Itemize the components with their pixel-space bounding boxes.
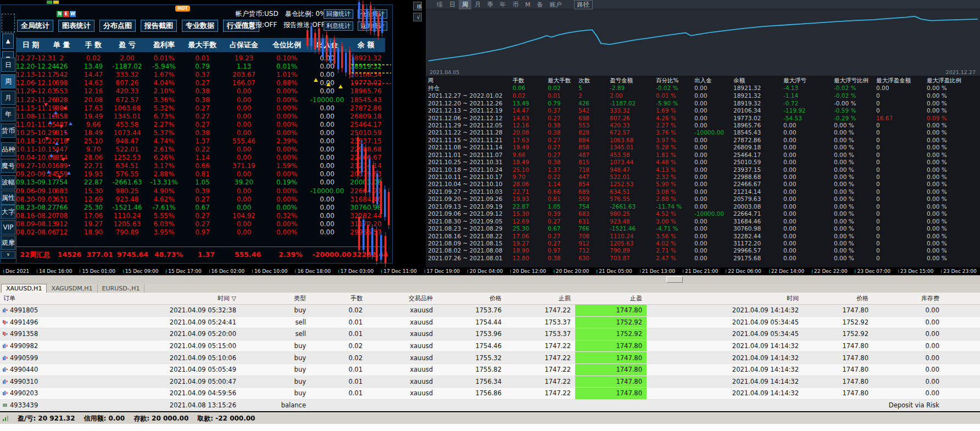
chart-tab-2[interactable]: XAGUSDM,H1 — [47, 284, 97, 293]
scrollbar-thumb[interactable] — [666, 276, 683, 283]
check-tool-icon[interactable]: √ — [413, 13, 422, 21]
balance-row[interactable]: 49334392021.04.08 13:15:26balanceDeposit… — [0, 400, 980, 412]
table-row[interactable]: 11.01-11.054879.66453.582.27%0.270.000.0… — [16, 121, 385, 129]
toolbar-button-3[interactable]: 分布点图 — [99, 20, 136, 32]
order-id: 4990982 — [10, 342, 42, 350]
table-row[interactable]: 09.13-09.1775422.87-2661.63-13.31%1.0539… — [16, 178, 385, 187]
table-row[interactable]: 2021.11.22 ~ 2021.11.2820.080.38828672.5… — [426, 129, 980, 136]
report-tab-8[interactable]: M — [522, 1, 534, 9]
table-row[interactable]: 2021.11.08 ~ 2021.11.1419.490.278581345.… — [426, 144, 980, 151]
sidebar-item-10[interactable]: 大字 — [1, 205, 15, 219]
sidebar-item-11[interactable]: VIP — [1, 220, 15, 234]
table-row[interactable]: 2021.11.29 ~ 2021.12.0512.160.38553420.3… — [426, 122, 980, 129]
sidebar-item-3[interactable]: 月 — [1, 91, 15, 105]
table-row[interactable]: 2021.12.06 ~ 2021.12.1214.630.27698807.2… — [426, 114, 980, 121]
table-row[interactable]: 11.22-11.2682820.08672.573.36%0.380.000.… — [16, 96, 385, 104]
table-row[interactable]: 2021.11.01 ~ 2021.11.079.660.27487453.58… — [426, 152, 980, 159]
cell: 13.49 — [513, 100, 548, 107]
table-row[interactable]: 11.08-11.1285819.491345.016.73%0.270.000… — [16, 113, 385, 121]
table-row[interactable]: 2021.11.15 ~ 2021.11.2117.630.278841063.… — [426, 137, 980, 144]
report-tab-1[interactable]: 综 — [433, 0, 446, 9]
report-tab-5[interactable]: 季 — [484, 0, 497, 9]
table-row[interactable]: 2021.12.20 ~ 2021.12.2613.490.79426-1187… — [426, 99, 980, 107]
table-row[interactable]: 2021.08.16 ~ 2021.08.2217.060.277081110.… — [426, 232, 980, 239]
table-row[interactable]: 12.06-12.1069814.63807.264.04%0.27166.07… — [16, 79, 385, 87]
report-tab-3[interactable]: 周 — [459, 0, 471, 9]
table-row[interactable]: 11.15-11.1988417.631063.685.32%0.270.000… — [16, 104, 385, 113]
sidebar-item-5[interactable]: 货币 — [1, 124, 15, 138]
sidebar-item-7[interactable]: 魔号 — [1, 159, 15, 173]
table-row[interactable]: 10.18-10.2271825.10948.474.74%1.37555.46… — [16, 137, 385, 145]
table-row[interactable]: 2021.10.25 ~ 2021.10.3118.490.388151073.… — [426, 159, 980, 166]
horizontal-scrollbar[interactable] — [0, 275, 980, 284]
table-row[interactable]: 2021.09.20 ~ 2021.09.2619.930.81559576.5… — [426, 195, 980, 203]
table-row[interactable]: 2021.08.02 ~ 2021.08.0818.900.97712790.8… — [426, 247, 980, 254]
table-row[interactable]: 2021.09.06 ~ 2021.09.1215.300.39683980.2… — [426, 210, 980, 217]
cell: 0.00 % — [834, 210, 876, 217]
order-row[interactable]: 49902032021.04.09 04:59:56buy0.01xauusd1… — [0, 388, 980, 400]
sidebar-item-2[interactable]: 周 — [1, 74, 15, 88]
table-row[interactable]: 08.02-08.0671218.90790.893.95%0.970.000.… — [16, 228, 385, 237]
table-row[interactable]: 09.27-10.0168922.71634.513.17%0.66371.19… — [16, 162, 385, 170]
table-row[interactable]: 2021.08.09 ~ 2021.08.1519.270.279121205.… — [426, 240, 980, 247]
report-tab-6[interactable]: 年 — [497, 0, 509, 9]
order-row[interactable]: 49904402021.04.09 05:05:49buy0.01xauusd1… — [0, 364, 980, 376]
table-row[interactable]: 09.20-09.2455919.93576.552.88%0.810.000.… — [16, 170, 385, 178]
table-row[interactable]: 10.04-10.0885428.061252.536.26%1.140.000… — [16, 154, 385, 162]
order-row[interactable]: 49905992021.04.09 05:10:06buy0.02xauusd1… — [0, 352, 980, 364]
order-row[interactable]: 49903102021.04.09 05:00:47buy0.01xauusd1… — [0, 376, 980, 388]
sidebar-item-4[interactable]: 年 — [1, 107, 15, 121]
table-row[interactable]: 08.23-08.2776625.30-1521.46-7.61%0.670.0… — [16, 204, 385, 212]
table-row[interactable]: 08.09-08.1391219.271205.636.03%0.270.000… — [16, 220, 385, 228]
report-tab-9[interactable]: 备 — [534, 0, 547, 9]
order-row[interactable]: 49909822021.04.09 05:15:00buy0.02xauusd1… — [0, 340, 980, 352]
sidebar-item-8[interactable]: 波幅 — [1, 175, 15, 189]
table-row[interactable]: 08.16-08.2070817.061110.245.55%0.27104.9… — [16, 212, 385, 220]
table-row[interactable]: 2021.10.11 ~ 2021.10.179.700.22447522.01… — [426, 173, 980, 181]
table-row[interactable]: 10.11-10.154479.70522.012.61%0.220.000.0… — [16, 145, 385, 154]
chart-tab-3[interactable]: EURUSD-,H1 — [98, 284, 145, 293]
report-tab-4[interactable]: 月 — [471, 0, 484, 9]
toolbar-button-2[interactable]: 图表统计 — [58, 20, 94, 32]
report-tab-7[interactable]: 币 — [509, 0, 522, 9]
toolbar-button-5[interactable]: 专业数据 — [182, 20, 218, 32]
open-position-row[interactable]: 持仓0.060.025-2.89-0.02 %0.0018921.32-4.13… — [426, 85, 980, 92]
table-row[interactable]: 2021.09.27 ~ 2021.10.0322.710.66689634.5… — [426, 188, 980, 195]
balance-comment: Deposit via Risk — [310, 401, 944, 409]
sidebar-item-1[interactable]: 日 — [1, 58, 15, 72]
report-tab-2[interactable]: 日 — [446, 0, 459, 9]
table-row[interactable]: 08.30-09.0363112.69923.484.62%0.270.000.… — [16, 195, 385, 204]
table-row[interactable]: 2021.12.13 ~ 2021.12.1914.470.37542333.3… — [426, 107, 980, 114]
toolbar-button-4[interactable]: 报告截图 — [141, 20, 177, 32]
table-row[interactable]: 2021.10.04 ~ 2021.10.1028.061.148541252.… — [426, 181, 980, 188]
toolbar-button-1[interactable]: 全局统计 — [17, 20, 53, 32]
order-row[interactable]: 49918052021.04.09 05:32:38buy0.02xauusd1… — [0, 305, 980, 317]
chart-tab-1[interactable]: XAUUSD,H1 — [1, 284, 47, 293]
table-row[interactable]: 12.13-12.1754214.47333.321.67%0.37203.67… — [16, 71, 385, 79]
order-row[interactable]: 49914962021.04.09 05:24:41sell0.01xauusd… — [0, 317, 980, 329]
stat-button-2[interactable]: 仓位统计 — [358, 9, 387, 19]
sidebar-collapse-button[interactable]: ∨ — [1, 251, 15, 259]
table-row[interactable]: 2021.12.27 ~ 2022.01.020.020.0122.000.01… — [426, 92, 980, 99]
move-tool-icon[interactable]: 移 — [413, 2, 422, 10]
table-row[interactable]: 2021.07.26 ~ 2021.08.0112.800.38630703.8… — [426, 255, 980, 262]
sidebar-item-6[interactable]: 品种 — [1, 142, 15, 156]
cell: 0.00 % — [834, 181, 876, 188]
table-row[interactable]: 09.06-09.1068315.30980.254.90%0.390.000.… — [16, 187, 385, 195]
table-row[interactable]: 12.27-12.3120.022.000.01%0.0119.230.10%0… — [16, 54, 385, 63]
report-tab-10[interactable]: 账户 — [547, 0, 565, 9]
order-row[interactable]: 49913582021.04.09 05:20:00sell0.01xauusd… — [0, 328, 980, 340]
table-row[interactable]: 2021.10.18 ~ 2021.10.2425.101.37718948.4… — [426, 166, 980, 173]
table-row[interactable]: 2021.09.13 ~ 2021.09.1922.871.05754-2661… — [426, 203, 980, 210]
sidebar-item-12[interactable]: 观摩 — [1, 236, 15, 250]
table-row[interactable]: 12.20-12.2442613.49-1187.02-5.94%0.791.1… — [16, 63, 385, 71]
table-row[interactable]: 11.29-12.0355312.16420.332.10%0.380.000.… — [16, 87, 385, 96]
stat-button-3[interactable]: 利息统计 — [324, 21, 353, 31]
stat-button-1[interactable]: 回撤统计 — [324, 9, 353, 19]
sidebar-item-9[interactable]: 属性 — [1, 191, 15, 205]
table-row[interactable]: 2021.08.23 ~ 2021.08.2925.300.67766-1521… — [426, 225, 980, 232]
stat-button-4[interactable]: 返佣统计 — [358, 21, 387, 31]
table-row[interactable]: 2021.08.30 ~ 2021.09.0512.690.27631923.4… — [426, 217, 980, 225]
path-button[interactable]: 路径 — [574, 0, 593, 9]
table-row[interactable]: 10.25-10.2981518.491073.445.37%0.380.000… — [16, 129, 385, 137]
